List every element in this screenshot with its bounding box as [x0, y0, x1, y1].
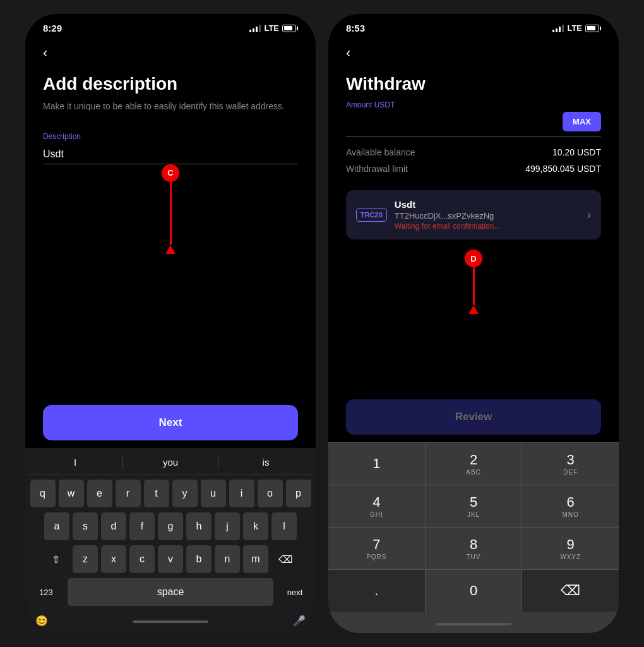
battery-icon-1	[282, 25, 298, 32]
suggestion-i[interactable]: I	[28, 456, 123, 469]
num-key-0[interactable]: 0	[426, 570, 523, 612]
num-key-dot[interactable]: .	[328, 570, 426, 612]
amount-input[interactable]	[346, 116, 556, 128]
num-row-2: 4 GHI 5 JKL 6 MNO	[328, 485, 619, 527]
key-x[interactable]: x	[101, 545, 126, 573]
keyboard-1: I you is q w e r t y u i o p a s d	[25, 448, 316, 633]
time-2: 8:53	[346, 23, 365, 33]
battery-icon-2	[585, 25, 601, 32]
next-button[interactable]: Next	[43, 405, 298, 440]
description-label: Description	[43, 132, 298, 141]
key-row-2: a s d f g h j k l	[28, 512, 313, 540]
mic-icon[interactable]: 🎤	[293, 615, 306, 627]
available-balance-label: Available balance	[346, 147, 415, 157]
key-shift[interactable]: ⇧	[42, 545, 69, 573]
key-g[interactable]: g	[158, 512, 183, 540]
key-f[interactable]: f	[129, 512, 155, 540]
screen1-content: ‹ Add description Make it unique to be a…	[25, 39, 316, 448]
wallet-info: Usdt TT2HuccDjX...sxPZvkezNg Waiting for…	[395, 199, 580, 231]
key-o[interactable]: o	[258, 480, 283, 507]
key-h[interactable]: h	[186, 512, 212, 540]
description-input[interactable]	[43, 145, 298, 164]
status-right-1: LTE	[249, 23, 298, 33]
suggestion-you[interactable]: you	[123, 456, 218, 469]
annotation-area-d: D	[346, 250, 601, 399]
key-y[interactable]: y	[172, 480, 198, 507]
page-title-1: Add description	[43, 74, 298, 94]
lte-label-2: LTE	[567, 23, 582, 33]
num-key-8[interactable]: 8 TUV	[426, 528, 523, 569]
num-key-5[interactable]: 5 JKL	[426, 485, 523, 527]
key-r[interactable]: r	[116, 480, 141, 507]
num-row-1: 1 2 ABC 3 DEF	[328, 442, 619, 485]
key-b[interactable]: b	[186, 545, 212, 573]
status-right-2: LTE	[552, 23, 601, 33]
max-button[interactable]: MAX	[563, 112, 601, 131]
num-key-3[interactable]: 3 DEF	[522, 443, 619, 485]
key-i[interactable]: i	[229, 480, 254, 507]
screen2-content: ‹ Withdraw Amount USDT MAX Available bal…	[328, 39, 619, 442]
key-s[interactable]: s	[73, 512, 98, 540]
key-w[interactable]: w	[59, 480, 84, 507]
num-key-9[interactable]: 9 WXYZ	[522, 528, 619, 569]
num-key-2[interactable]: 2 ABC	[426, 443, 523, 485]
key-j[interactable]: j	[215, 512, 240, 540]
annotation-d: D	[465, 250, 482, 314]
key-row-3: ⇧ z x c v b n m ⌫	[28, 545, 313, 573]
key-z[interactable]: z	[73, 545, 98, 573]
back-button-1[interactable]: ‹	[43, 39, 298, 68]
suggestion-is[interactable]: is	[218, 456, 313, 469]
key-next[interactable]: next	[277, 578, 313, 606]
key-q[interactable]: q	[30, 480, 56, 507]
withdrawal-limit-value: 499,850.045 USDT	[525, 164, 601, 174]
keyboard-suggestions: I you is	[28, 453, 313, 475]
signal-icon-1	[249, 25, 261, 32]
keyboard-bottom-spacer	[328, 612, 619, 617]
key-delete[interactable]: ⌫	[271, 545, 299, 573]
num-key-4[interactable]: 4 GHI	[328, 485, 426, 527]
time-1: 8:29	[43, 23, 62, 33]
key-t[interactable]: t	[144, 480, 169, 507]
page-title-2: Withdraw	[346, 74, 601, 94]
status-bar-2: 8:53 LTE	[328, 14, 619, 39]
key-row-1: q w e r t y u i o p	[28, 480, 313, 507]
key-c[interactable]: c	[129, 545, 155, 573]
review-button[interactable]: Review	[346, 399, 601, 435]
key-p[interactable]: p	[286, 480, 311, 507]
num-key-7[interactable]: 7 PQRS	[328, 528, 426, 569]
emoji-icon[interactable]: 😊	[35, 615, 48, 627]
annotation-c-label: C	[162, 164, 179, 182]
screen-withdraw: 8:53 LTE ‹ Withdraw Amount USDT MAX	[328, 14, 619, 633]
key-123[interactable]: 123	[28, 578, 64, 606]
available-balance-value: 10.20 USDT	[552, 147, 601, 157]
key-a[interactable]: a	[44, 512, 69, 540]
arrow-head-c	[165, 245, 176, 254]
home-indicator-1	[133, 620, 208, 623]
key-e[interactable]: e	[87, 480, 112, 507]
num-row-3: 7 PQRS 8 TUV 9 WXYZ	[328, 527, 619, 569]
wallet-name: Usdt	[395, 199, 580, 210]
withdrawal-limit-row: Withdrawal limit 499,850.045 USDT	[346, 164, 601, 174]
chevron-right-icon: ›	[587, 209, 591, 222]
arrow-head-d	[468, 305, 479, 314]
amount-label: Amount USDT	[346, 100, 601, 109]
num-key-6[interactable]: 6 MNO	[522, 485, 619, 527]
back-button-2[interactable]: ‹	[346, 39, 601, 68]
signal-icon-2	[552, 25, 564, 32]
num-key-backspace[interactable]: ⌫	[522, 570, 619, 612]
wallet-card[interactable]: TRC20 Usdt TT2HuccDjX...sxPZvkezNg Waiti…	[346, 190, 601, 239]
key-d[interactable]: d	[101, 512, 126, 540]
key-m[interactable]: m	[243, 545, 268, 573]
num-key-1[interactable]: 1	[328, 443, 426, 485]
key-n[interactable]: n	[215, 545, 240, 573]
key-k[interactable]: k	[243, 512, 268, 540]
key-l[interactable]: l	[271, 512, 297, 540]
wallet-addr: TT2HuccDjX...sxPZvkezNg	[395, 211, 580, 221]
key-u[interactable]: u	[201, 480, 226, 507]
screen-add-description: 8:29 LTE ‹ Add description Make it uniqu…	[25, 14, 316, 633]
wallet-status: Waiting for email confirmation...	[395, 222, 580, 231]
key-space[interactable]: space	[68, 578, 273, 606]
home-indicator-2	[436, 623, 511, 626]
key-v[interactable]: v	[158, 545, 183, 573]
available-balance-row: Available balance 10.20 USDT	[346, 147, 601, 157]
